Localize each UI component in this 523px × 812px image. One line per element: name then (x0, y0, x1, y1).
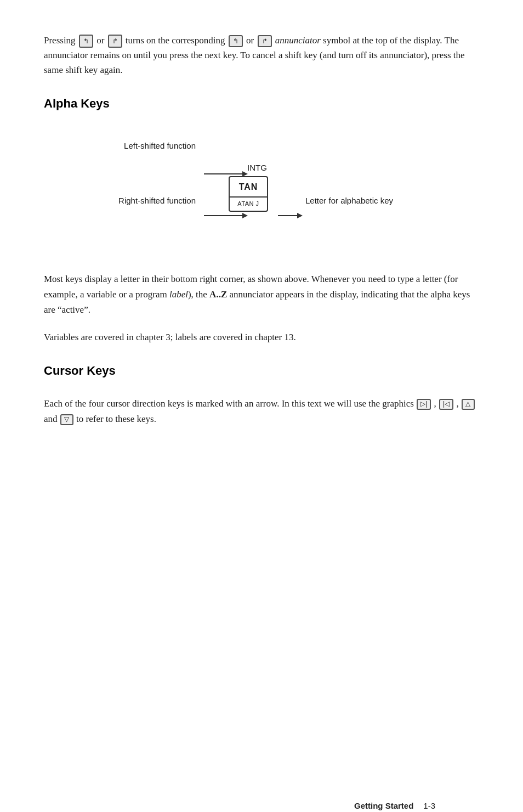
right-shifted-label: Right-shifted function (108, 195, 196, 206)
annunciator-right-icon: ↱ (258, 35, 272, 47)
key-bottom-label: ATAN J (230, 198, 267, 211)
intro-paragraph: Pressing ↰ or ↱ turns on the correspondi… (44, 33, 479, 78)
intro-text2: symbol at the top of the display. The an… (44, 35, 465, 75)
letter-label: Letter for alphabetic key (305, 195, 404, 206)
footer-section: Getting Started (354, 800, 413, 813)
cursor-key-left: |◁ (439, 399, 453, 410)
cursor-para-text1: Each of the four cursor direction keys i… (44, 398, 414, 409)
annunciator-word: annunciator (275, 35, 321, 46)
intg-label: INTG (246, 162, 268, 174)
alpha-para1-italic: label (169, 289, 188, 300)
alpha-keys-para2: Variables are covered in chapter 3; labe… (44, 330, 479, 345)
cursor-comma1: , (434, 398, 439, 409)
cursor-key-right: ▷| (417, 399, 431, 410)
key-display: INTG TAN ATAN J (229, 162, 268, 212)
intro-or2: or (246, 35, 254, 46)
svg-marker-3 (242, 213, 248, 218)
annunciator-left-icon: ↰ (229, 35, 243, 47)
footer: Getting Started 1-3 (354, 800, 435, 813)
alpha-keys-para1: Most keys display a letter in their bott… (44, 272, 479, 318)
cursor-keys-para: Each of the four cursor direction keys i… (44, 396, 479, 427)
cursor-and: and (44, 414, 58, 424)
tan-key: TAN ATAN J (229, 176, 268, 212)
diagram-container: Left-shifted function Right-shifted func… (44, 134, 479, 250)
svg-marker-5 (297, 213, 303, 218)
right-shift-key-icon: ↱ (108, 35, 122, 48)
cursor-keys-heading: Cursor Keys (44, 362, 479, 380)
cursor-key-down: ▽ (60, 414, 73, 425)
cursor-para-text3: to refer to these keys. (76, 414, 156, 424)
alpha-keys-heading: Alpha Keys (44, 94, 479, 112)
intro-or1: or (96, 35, 104, 46)
alpha-para1-text2: ), the (188, 289, 207, 300)
left-shifted-label: Left-shifted function (108, 140, 196, 151)
key-main-label: TAN (230, 177, 267, 198)
page-wrapper: Pressing ↰ or ↱ turns on the correspondi… (44, 33, 479, 812)
intro-pressing: Pressing (44, 35, 76, 46)
key-diagram: Left-shifted function Right-shifted func… (108, 134, 415, 250)
cursor-comma2: , (456, 398, 461, 409)
alpha-para1-bold: A..Z (209, 289, 227, 300)
intro-turns-on: turns on the corresponding (126, 35, 225, 46)
left-shift-key-icon: ↰ (79, 35, 93, 48)
cursor-key-up: △ (462, 399, 475, 410)
footer-page: 1-3 (423, 800, 435, 813)
